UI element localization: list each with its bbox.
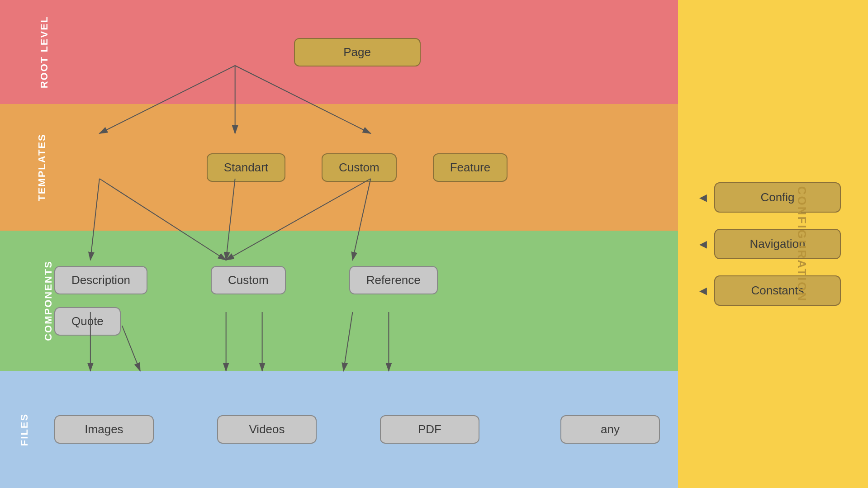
images-node: Images <box>54 415 154 444</box>
components-label: COMPONENTS <box>43 261 54 341</box>
configuration-label: CONFIGURATION <box>795 186 809 302</box>
videos-node: Videos <box>217 415 317 444</box>
components-row-1: Description Custom Reference <box>54 266 438 294</box>
config-item-row-constants: ◀ Constants <box>692 275 841 306</box>
config-item-row-navigation: ◀ Navigation <box>692 229 841 259</box>
description-node: Description <box>54 266 147 294</box>
standart-node: Standart <box>207 153 285 182</box>
section-root: ROOT LEVEL Page <box>0 0 678 104</box>
any-node-wrapper: any <box>560 415 660 444</box>
config-arrow-3: ◀ <box>699 285 707 297</box>
files-content: Images Videos PDF any <box>0 415 678 444</box>
reference-node: Reference <box>349 266 438 294</box>
section-templates: TEMPLATES Standart Custom Feature <box>0 104 678 231</box>
root-content: Page <box>0 0 678 104</box>
config-box-navigation: Navigation <box>714 229 841 259</box>
config-item-row-config: ◀ Config <box>692 182 841 213</box>
pdf-node: PDF <box>380 415 479 444</box>
config-box-config: Config <box>714 182 841 213</box>
components-content: Description Custom Reference Quote <box>0 266 678 336</box>
config-items: ◀ Config ◀ Navigation ◀ Constants <box>692 182 854 306</box>
config-arrow-2: ◀ <box>699 238 707 250</box>
config-box-constants: Constants <box>714 275 841 306</box>
components-row-2: Quote <box>54 307 121 336</box>
root-level-label: ROOT LEVEL <box>38 16 50 89</box>
config-panel: ◀ Config ◀ Navigation ◀ Constants CONFIG… <box>678 0 868 488</box>
page-node: Page <box>294 38 421 66</box>
config-arrow-1: ◀ <box>699 192 707 204</box>
diagram-container: ROOT LEVEL Page TEMPLATES Standart Custo… <box>0 0 678 488</box>
section-files: FILES Images Videos PDF any <box>0 371 678 488</box>
templates-content: Standart Custom Feature <box>0 153 678 182</box>
custom-component-node: Custom <box>211 266 286 294</box>
files-label: FILES <box>19 413 30 445</box>
templates-label: TEMPLATES <box>36 133 48 201</box>
custom-template-node: Custom <box>322 153 397 182</box>
section-components: COMPONENTS Description Custom Reference … <box>0 231 678 371</box>
quote-node: Quote <box>54 307 121 336</box>
feature-node: Feature <box>433 153 508 182</box>
any-node: any <box>560 415 660 444</box>
